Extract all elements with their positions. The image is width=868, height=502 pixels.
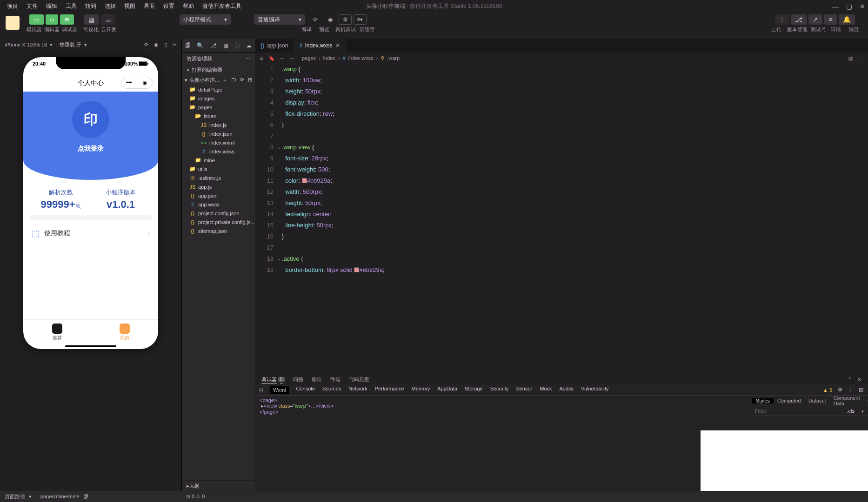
mode-dropdown[interactable]: 小程序模式▾ [180,14,231,25]
devtool-tab-console[interactable]: Console [296,386,315,394]
more-icon[interactable]: » [864,398,868,403]
simulator-toggle[interactable]: ▭ [29,14,44,25]
devtool-tab-mock[interactable]: Mock [540,386,552,394]
close-tab-icon[interactable]: ✕ [335,42,340,49]
login-button[interactable]: 点我登录 [78,145,104,153]
tab-recommend[interactable]: 推荐 [23,320,91,344]
open-editors-section[interactable]: 打开的编辑器 [182,65,255,75]
devtool-tab-storage[interactable]: Storage [465,386,483,394]
clear-cache-button[interactable]: ≡▾ [354,14,367,25]
styles-tab[interactable]: Dataset [805,398,830,403]
menu-界面[interactable]: 界面 [140,2,159,10]
maximize-icon[interactable]: ▢ [846,3,852,10]
list-item-tutorial[interactable]: ⬚使用教程› [23,223,158,244]
target-icon[interactable]: ◉ [137,79,153,86]
menu-选择[interactable]: 选择 [100,2,120,10]
problems-count[interactable]: ⊘ 0 ⚠ 0 [186,494,205,500]
add-style-icon[interactable]: ＋ [857,408,868,415]
debugger-tab[interactable]: 调试器5 [261,376,285,383]
minimize-icon[interactable]: — [832,3,839,10]
kebab-icon[interactable]: ⋮ [848,387,853,393]
collapse-icon[interactable]: ⊟ [248,77,252,84]
compile-button[interactable]: ⟳ [309,14,322,25]
cloud-icon[interactable]: ☁ [246,42,252,49]
devtool-tab-sensor[interactable]: Sensor [516,386,532,394]
chevron-up-icon[interactable]: ⌃ [848,376,852,383]
tree-node[interactable]: {}sitemap.json [182,226,255,235]
split-icon[interactable]: ▥ [848,55,853,61]
styles-tab[interactable]: Styles [752,398,774,403]
gear-icon[interactable]: ⚙ [838,387,842,393]
version-button[interactable]: ⎇ [791,14,807,25]
styles-filter-input[interactable] [752,408,844,414]
tree-node[interactable]: {}index.json [182,129,255,138]
cloud-dev-button[interactable]: ☁ [100,14,115,25]
debugger-toggle[interactable]: ≋ [60,14,74,25]
refresh-icon[interactable]: ⟳ [144,42,148,48]
compile-dropdown[interactable]: 普通编译▾ [254,14,305,25]
files-icon[interactable]: 🗐 [185,42,191,49]
devtool-tab-performance[interactable]: Performance [375,386,404,394]
preview-button[interactable]: ◉ [324,14,337,25]
new-folder-icon[interactable]: 🗀 [231,77,236,84]
wxml-tree[interactable]: <page> ▸<view class="warp">…</view></pag… [255,396,752,491]
tree-node[interactable]: {}project.config.json [182,209,255,218]
tree-node[interactable]: 📁detailPage [182,85,255,94]
menu-项目[interactable]: 项目 [3,2,22,10]
details-button[interactable]: ≡ [824,14,836,25]
tree-node[interactable]: #app.wxss [182,200,255,209]
tree-node[interactable]: 📂pages [182,103,255,112]
refresh-icon[interactable]: ⟳ [240,77,244,84]
devtool-tab-memory[interactable]: Memory [412,386,430,394]
code-area[interactable]: .warp { width: 100vw; height: 50rpx; dis… [282,64,868,374]
back-icon[interactable]: ← [280,55,285,61]
menu-帮助[interactable]: 帮助 [179,2,198,10]
page-path[interactable]: pages/mine/mine [40,494,80,499]
phone-preview[interactable]: 20:40 100% 个人中心 •••◉ 印 点我登录 解析次数99999+次 … [23,57,158,349]
branch-icon[interactable]: ⎇ [210,42,217,49]
tree-node[interactable]: JSindex.js [182,120,255,129]
more-icon[interactable]: ⋯ [858,55,863,61]
copy-icon[interactable]: 🗐 [83,494,88,499]
editor-toggle[interactable]: ‹› [46,14,58,25]
test-id-button[interactable]: ↗ [808,14,822,25]
devtool-tab-sources[interactable]: Sources [322,386,341,394]
forward-icon[interactable]: → [289,55,294,61]
menu-微信开发者工具[interactable]: 微信开发者工具 [198,2,246,10]
close-icon[interactable]: ✕ [857,376,861,383]
tree-node[interactable]: #index.wxss [182,147,255,156]
styles-tab[interactable]: Computed [774,398,805,403]
tree-node[interactable]: 📂index [182,112,255,120]
menu-编辑[interactable]: 编辑 [42,2,61,10]
menu-工具[interactable]: 工具 [61,2,81,10]
close-icon[interactable]: ✕ [860,3,865,10]
more-icon[interactable]: ⋯ [245,56,250,62]
scissor-icon[interactable]: ✂ [173,42,177,48]
project-header[interactable]: ▾头像小程序... ＋🗀⟳⊟ [182,75,255,85]
outline-section[interactable]: ▸ 大纲 [182,481,255,491]
tree-node[interactable]: {}app.json [182,191,255,200]
panel-icon[interactable]: ▥ [859,387,863,393]
editor-tab[interactable]: {}app.json [255,39,294,53]
inspect-icon[interactable]: ⍇ [260,387,263,393]
devtool-tab-audits[interactable]: Audits [560,386,574,394]
debugger-tab[interactable]: 代码质量 [349,376,369,383]
capsule[interactable]: •••◉ [121,77,153,89]
tree-node[interactable]: JSapp.js [182,182,255,191]
tree-node[interactable]: 📁mine [182,156,255,165]
menu-设置[interactable]: 设置 [159,2,179,10]
hot-reload-toggle[interactable]: 热重载 开 [60,41,81,48]
devtool-tab-wxml[interactable]: Wxml [270,386,289,394]
menu-视图[interactable]: 视图 [120,2,140,10]
tree-node[interactable]: 📁images [182,94,255,103]
tree-node[interactable]: ◎.eslintrc.js [182,173,255,182]
tab-mine[interactable]: 我的 [91,320,158,344]
cls-toggle[interactable]: .cls [844,408,858,414]
visual-button[interactable]: ▦ [84,14,99,25]
menu-dots-icon[interactable]: ••• [121,79,137,86]
tree-node[interactable]: {}project.private.config.js... [182,218,255,226]
breadcrumbs[interactable]: ≣🔖←→ pages›index›#index.wxss›⚲.warp ▥⋯ [255,53,868,64]
search-icon[interactable]: 🔍 [197,42,204,49]
debugger-tab[interactable]: 问题 [293,376,303,383]
tree-node[interactable]: <>index.wxml [182,138,255,147]
